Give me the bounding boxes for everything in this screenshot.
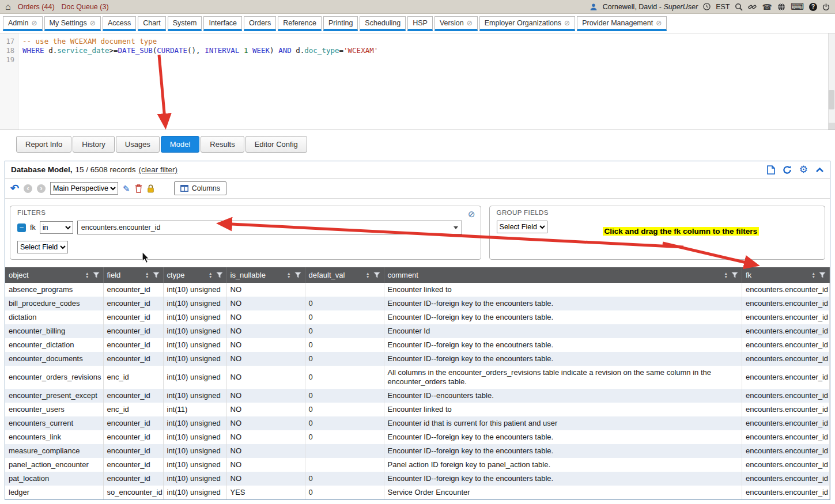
keyboard-icon[interactable]: ⌨ [791, 2, 804, 12]
code-line[interactable]: WHERE d.service_date>=DATE_SUB(CURDATE()… [22, 46, 835, 55]
table-row[interactable]: pat_locationencounter_idint(10) unsigned… [5, 472, 830, 486]
globe-icon[interactable] [777, 3, 785, 11]
nav-tab-interface[interactable]: Interface [203, 16, 242, 31]
clear-filter-link[interactable]: (clear filter) [139, 165, 178, 174]
table-row[interactable]: encounter_dictationencounter_idint(10) u… [5, 338, 830, 352]
code-line[interactable]: -- use the WCEXAM document type [22, 37, 835, 46]
add-filter-field-select[interactable]: Select Field [17, 241, 68, 253]
nav-tab-printing[interactable]: Printing [323, 16, 358, 31]
column-filter-icon[interactable] [153, 272, 160, 278]
column-filter-icon[interactable] [819, 272, 826, 278]
table-row[interactable]: panel_action_encounterencounter_idint(10… [5, 458, 830, 472]
tab-model[interactable]: Model [161, 136, 199, 153]
home-icon[interactable]: ⌂ [5, 2, 11, 12]
nav-tab-access[interactable]: Access [103, 16, 136, 31]
column-header-field[interactable]: field▲▼ [103, 267, 163, 283]
table-row[interactable]: encounter_usersenc_idint(11)NO0Encounter… [5, 403, 830, 416]
nav-tab-scheduling[interactable]: Scheduling [360, 16, 406, 31]
column-header-object[interactable]: object▲▼ [5, 267, 103, 283]
sort-icon[interactable]: ▲▼ [85, 272, 89, 278]
popup-window-icon[interactable]: ⊘ [90, 20, 96, 26]
group-field-select[interactable]: Select Field [497, 221, 547, 233]
table-row[interactable]: dictationencounter_idint(10) unsignedNO0… [5, 310, 830, 324]
filter-operator-select[interactable]: in [40, 221, 73, 234]
phone-icon[interactable]: ☎ [762, 3, 772, 11]
back-icon[interactable]: ‹ [24, 184, 32, 193]
table-row[interactable]: encounters_currentencounter_idint(10) un… [5, 416, 830, 430]
tab-history[interactable]: History [73, 136, 114, 153]
scrollbar-thumb[interactable] [829, 90, 834, 109]
delete-trash-icon[interactable] [135, 184, 142, 193]
column-header-comment[interactable]: comment▲▼ [384, 267, 742, 283]
clear-filters-icon[interactable]: ⊘ [468, 210, 475, 218]
column-header-ctype[interactable]: ctype▲▼ [163, 267, 226, 283]
gear-icon[interactable]: ⚙ [799, 165, 808, 175]
popup-window-icon[interactable]: ⊘ [564, 20, 570, 26]
forward-icon[interactable]: › [37, 184, 46, 193]
sort-icon[interactable]: ▲▼ [724, 272, 728, 278]
nav-tab-employer-organizations[interactable]: Employer Organizations⊘ [479, 16, 575, 31]
tab-usages[interactable]: Usages [116, 136, 160, 153]
perspective-select[interactable]: Main Perspective [50, 182, 118, 195]
nav-tab-chart[interactable]: Chart [138, 16, 166, 31]
nav-tab-version[interactable]: Version⊘ [434, 16, 478, 31]
edit-pencil-icon[interactable]: ✎ [123, 184, 130, 193]
new-document-icon[interactable] [767, 165, 775, 175]
nav-tab-system[interactable]: System [168, 16, 202, 31]
tab-report-info[interactable]: Report Info [16, 136, 71, 153]
undo-icon[interactable]: ↶ [10, 183, 19, 194]
table-row[interactable]: encounters_linkencounter_idint(10) unsig… [5, 430, 830, 444]
popup-window-icon[interactable]: ⊘ [656, 20, 662, 26]
column-header-is-nullable[interactable]: is_nullable▲▼ [226, 267, 305, 283]
search-icon[interactable] [735, 3, 743, 11]
code-line[interactable] [22, 55, 835, 65]
table-row[interactable]: measure_complianceencounter_idint(10) un… [5, 444, 830, 458]
sort-icon[interactable]: ▲▼ [209, 272, 212, 278]
column-filter-icon[interactable] [216, 272, 223, 278]
column-filter-icon[interactable] [93, 272, 100, 278]
sort-icon[interactable]: ▲▼ [145, 272, 149, 278]
column-filter-icon[interactable] [731, 272, 738, 278]
table-row[interactable]: encounter_orders_revisionsenc_idint(10) … [5, 366, 830, 389]
editor-scrollbar[interactable] [828, 33, 835, 130]
column-header-default-val[interactable]: default_val▲▼ [305, 267, 384, 283]
columns-button[interactable]: Columns [174, 181, 226, 195]
lock-icon[interactable] [147, 184, 154, 193]
nav-tab-hsp[interactable]: HSP [407, 16, 433, 31]
table-row[interactable]: bill_procedure_codesencounter_idint(10) … [5, 297, 830, 310]
orders-link[interactable]: Orders (44) [18, 3, 55, 11]
filter-value-combobox[interactable] [77, 221, 462, 234]
table-row[interactable]: absence_programsencounter_idint(10) unsi… [5, 283, 830, 297]
nav-tab-provider-management[interactable]: Provider Management⊘ [577, 16, 667, 31]
popup-window-icon[interactable]: ⊘ [467, 20, 473, 26]
column-header-fk[interactable]: fk▲▼ [742, 267, 830, 283]
sql-editor[interactable]: 171819 -- use the WCEXAM document typeWH… [0, 33, 835, 130]
help-icon[interactable]: ? [809, 3, 817, 11]
table-row[interactable]: encounter_present_exceptencounter_idint(… [5, 389, 830, 403]
nav-tab-my-settings[interactable]: My Settings⊘ [44, 16, 101, 31]
column-filter-icon[interactable] [373, 272, 380, 278]
table-row[interactable]: encounter_billingencounter_idint(10) uns… [5, 324, 830, 338]
nav-tab-orders[interactable]: Orders [244, 16, 276, 31]
doc-queue-link[interactable]: Doc Queue (3) [62, 3, 109, 11]
collapse-icon[interactable] [815, 167, 824, 173]
remove-filter-icon[interactable]: − [17, 223, 26, 232]
combobox-caret-icon[interactable] [454, 226, 458, 229]
popup-window-icon[interactable]: ⊘ [31, 20, 37, 26]
table-row[interactable]: encounter_documentsencounter_idint(10) u… [5, 352, 830, 366]
power-icon[interactable] [822, 3, 830, 11]
column-filter-icon[interactable] [294, 272, 301, 278]
refresh-icon[interactable] [783, 165, 792, 175]
nav-tab-admin[interactable]: Admin⊘ [3, 16, 43, 31]
sort-icon[interactable]: ▲▼ [287, 272, 290, 278]
filter-value-input[interactable] [77, 221, 462, 234]
tab-results[interactable]: Results [201, 136, 244, 153]
clock-icon[interactable] [703, 3, 711, 10]
sort-icon[interactable]: ▲▼ [812, 272, 815, 278]
tab-editor-config[interactable]: Editor Config [245, 136, 307, 153]
table-row[interactable]: ledgerso_encounter_idint(10) unsignedYES… [5, 486, 830, 499]
editor-code[interactable]: -- use the WCEXAM document typeWHERE d.s… [18, 33, 835, 130]
sort-icon[interactable]: ▲▼ [366, 272, 369, 278]
link-icon[interactable] [748, 3, 757, 11]
nav-tab-reference[interactable]: Reference [278, 16, 322, 31]
